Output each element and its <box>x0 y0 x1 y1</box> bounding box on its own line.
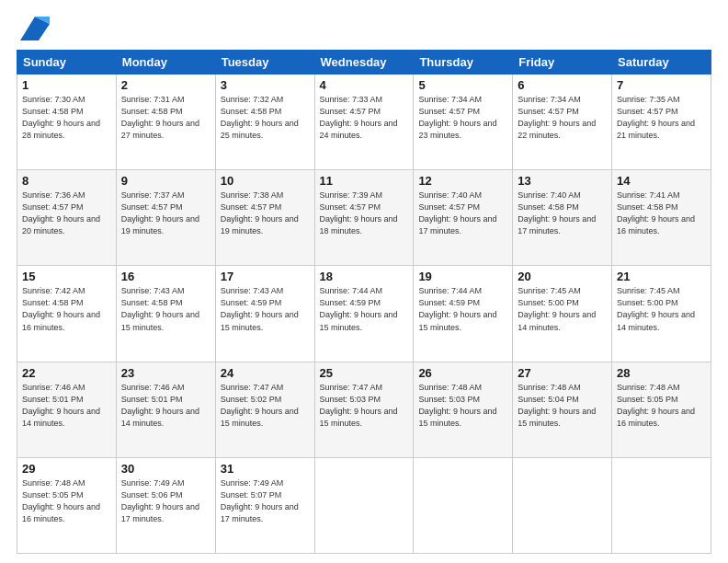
day-number: 25 <box>320 366 409 380</box>
day-number: 26 <box>418 366 507 380</box>
day-number: 29 <box>22 462 111 476</box>
calendar-header-sunday: Sunday <box>17 51 117 75</box>
calendar-cell <box>513 457 612 553</box>
calendar-cell: 7Sunrise: 7:35 AMSunset: 4:57 PMDaylight… <box>612 75 711 170</box>
day-number: 18 <box>320 270 409 283</box>
calendar-cell: 5Sunrise: 7:34 AMSunset: 4:57 PMDaylight… <box>414 75 513 170</box>
day-number: 14 <box>617 174 706 188</box>
day-number: 7 <box>617 78 706 92</box>
calendar-cell: 2Sunrise: 7:31 AMSunset: 4:58 PMDaylight… <box>116 75 215 170</box>
day-info: Sunrise: 7:34 AMSunset: 4:57 PMDaylight:… <box>518 94 607 142</box>
calendar-cell: 14Sunrise: 7:41 AMSunset: 4:58 PMDayligh… <box>612 170 711 266</box>
calendar-cell: 24Sunrise: 7:47 AMSunset: 5:02 PMDayligh… <box>215 362 314 457</box>
day-info: Sunrise: 7:48 AMSunset: 5:05 PMDaylight:… <box>22 477 111 525</box>
day-number: 20 <box>518 270 607 283</box>
calendar-cell: 18Sunrise: 7:44 AMSunset: 4:59 PMDayligh… <box>314 266 414 362</box>
calendar-cell: 27Sunrise: 7:48 AMSunset: 5:04 PMDayligh… <box>513 362 612 457</box>
calendar-cell: 20Sunrise: 7:45 AMSunset: 5:00 PMDayligh… <box>513 266 612 362</box>
day-info: Sunrise: 7:45 AMSunset: 5:00 PMDaylight:… <box>518 285 607 333</box>
day-info: Sunrise: 7:40 AMSunset: 4:58 PMDaylight:… <box>518 190 607 237</box>
calendar-header-thursday: Thursday <box>414 51 513 75</box>
calendar-cell: 29Sunrise: 7:48 AMSunset: 5:05 PMDayligh… <box>17 457 117 553</box>
day-number: 13 <box>518 174 607 188</box>
day-number: 2 <box>121 78 210 92</box>
calendar-cell: 22Sunrise: 7:46 AMSunset: 5:01 PMDayligh… <box>17 362 117 457</box>
calendar-cell: 9Sunrise: 7:37 AMSunset: 4:57 PMDaylight… <box>116 170 215 266</box>
day-info: Sunrise: 7:49 AMSunset: 5:07 PMDaylight:… <box>221 477 310 525</box>
day-info: Sunrise: 7:44 AMSunset: 4:59 PMDaylight:… <box>418 285 507 333</box>
day-info: Sunrise: 7:44 AMSunset: 4:59 PMDaylight:… <box>320 285 409 333</box>
day-info: Sunrise: 7:46 AMSunset: 5:01 PMDaylight:… <box>22 382 111 430</box>
day-number: 9 <box>121 174 210 188</box>
calendar-cell: 10Sunrise: 7:38 AMSunset: 4:57 PMDayligh… <box>215 170 314 266</box>
calendar-header-saturday: Saturday <box>612 51 711 75</box>
calendar-cell: 21Sunrise: 7:45 AMSunset: 5:00 PMDayligh… <box>612 266 711 362</box>
calendar-cell: 25Sunrise: 7:47 AMSunset: 5:03 PMDayligh… <box>314 362 414 457</box>
day-info: Sunrise: 7:37 AMSunset: 4:57 PMDaylight:… <box>121 190 210 237</box>
calendar-cell: 19Sunrise: 7:44 AMSunset: 4:59 PMDayligh… <box>414 266 513 362</box>
day-number: 28 <box>617 366 706 380</box>
day-number: 21 <box>617 270 706 283</box>
day-number: 6 <box>518 78 607 92</box>
calendar-cell: 1Sunrise: 7:30 AMSunset: 4:58 PMDaylight… <box>17 75 117 170</box>
logo-icon <box>20 17 50 40</box>
day-number: 30 <box>121 462 210 476</box>
calendar-week-5: 29Sunrise: 7:48 AMSunset: 5:05 PMDayligh… <box>17 457 711 553</box>
calendar-header-wednesday: Wednesday <box>314 51 414 75</box>
calendar-week-3: 15Sunrise: 7:42 AMSunset: 4:58 PMDayligh… <box>17 266 711 362</box>
day-info: Sunrise: 7:38 AMSunset: 4:57 PMDaylight:… <box>221 190 310 237</box>
day-info: Sunrise: 7:35 AMSunset: 4:57 PMDaylight:… <box>617 94 706 142</box>
day-info: Sunrise: 7:48 AMSunset: 5:05 PMDaylight:… <box>617 382 706 430</box>
day-number: 10 <box>221 174 310 188</box>
calendar-cell: 17Sunrise: 7:43 AMSunset: 4:59 PMDayligh… <box>215 266 314 362</box>
day-number: 17 <box>221 270 310 283</box>
calendar-cell: 26Sunrise: 7:48 AMSunset: 5:03 PMDayligh… <box>414 362 513 457</box>
day-number: 16 <box>121 270 210 283</box>
day-info: Sunrise: 7:32 AMSunset: 4:58 PMDaylight:… <box>221 94 310 142</box>
day-info: Sunrise: 7:33 AMSunset: 4:57 PMDaylight:… <box>320 94 409 142</box>
calendar-cell <box>314 457 414 553</box>
day-number: 3 <box>221 78 310 92</box>
calendar-cell: 16Sunrise: 7:43 AMSunset: 4:58 PMDayligh… <box>116 266 215 362</box>
day-number: 24 <box>221 366 310 380</box>
calendar-cell: 30Sunrise: 7:49 AMSunset: 5:06 PMDayligh… <box>116 457 215 553</box>
day-info: Sunrise: 7:48 AMSunset: 5:03 PMDaylight:… <box>418 382 507 430</box>
day-number: 12 <box>418 174 507 188</box>
logo <box>17 17 50 40</box>
day-info: Sunrise: 7:46 AMSunset: 5:01 PMDaylight:… <box>121 382 210 430</box>
calendar-table: SundayMondayTuesdayWednesdayThursdayFrid… <box>17 50 711 554</box>
calendar-week-2: 8Sunrise: 7:36 AMSunset: 4:57 PMDaylight… <box>17 170 711 266</box>
day-info: Sunrise: 7:40 AMSunset: 4:57 PMDaylight:… <box>418 190 507 237</box>
day-number: 5 <box>418 78 507 92</box>
day-info: Sunrise: 7:47 AMSunset: 5:03 PMDaylight:… <box>320 382 409 430</box>
calendar-cell: 15Sunrise: 7:42 AMSunset: 4:58 PMDayligh… <box>17 266 117 362</box>
calendar-cell: 3Sunrise: 7:32 AMSunset: 4:58 PMDaylight… <box>215 75 314 170</box>
day-number: 19 <box>418 270 507 283</box>
day-number: 8 <box>22 174 111 188</box>
calendar-header-tuesday: Tuesday <box>215 51 314 75</box>
calendar-cell: 23Sunrise: 7:46 AMSunset: 5:01 PMDayligh… <box>116 362 215 457</box>
calendar-cell: 8Sunrise: 7:36 AMSunset: 4:57 PMDaylight… <box>17 170 117 266</box>
calendar-cell <box>612 457 711 553</box>
page: SundayMondayTuesdayWednesdayThursdayFrid… <box>0 0 728 563</box>
header <box>17 17 711 40</box>
calendar-cell: 13Sunrise: 7:40 AMSunset: 4:58 PMDayligh… <box>513 170 612 266</box>
calendar-week-1: 1Sunrise: 7:30 AMSunset: 4:58 PMDaylight… <box>17 75 711 170</box>
calendar-cell: 31Sunrise: 7:49 AMSunset: 5:07 PMDayligh… <box>215 457 314 553</box>
calendar-cell: 4Sunrise: 7:33 AMSunset: 4:57 PMDaylight… <box>314 75 414 170</box>
day-info: Sunrise: 7:36 AMSunset: 4:57 PMDaylight:… <box>22 190 111 237</box>
day-number: 22 <box>22 366 111 380</box>
day-number: 31 <box>221 462 310 476</box>
day-info: Sunrise: 7:43 AMSunset: 4:58 PMDaylight:… <box>121 285 210 333</box>
day-info: Sunrise: 7:41 AMSunset: 4:58 PMDaylight:… <box>617 190 706 237</box>
day-number: 27 <box>518 366 607 380</box>
day-number: 11 <box>320 174 409 188</box>
calendar-cell: 12Sunrise: 7:40 AMSunset: 4:57 PMDayligh… <box>414 170 513 266</box>
day-info: Sunrise: 7:49 AMSunset: 5:06 PMDaylight:… <box>121 477 210 525</box>
day-number: 1 <box>22 78 111 92</box>
calendar-header-row: SundayMondayTuesdayWednesdayThursdayFrid… <box>17 51 711 75</box>
day-info: Sunrise: 7:42 AMSunset: 4:58 PMDaylight:… <box>22 285 111 333</box>
day-number: 4 <box>320 78 409 92</box>
calendar-cell: 28Sunrise: 7:48 AMSunset: 5:05 PMDayligh… <box>612 362 711 457</box>
calendar-cell: 11Sunrise: 7:39 AMSunset: 4:57 PMDayligh… <box>314 170 414 266</box>
